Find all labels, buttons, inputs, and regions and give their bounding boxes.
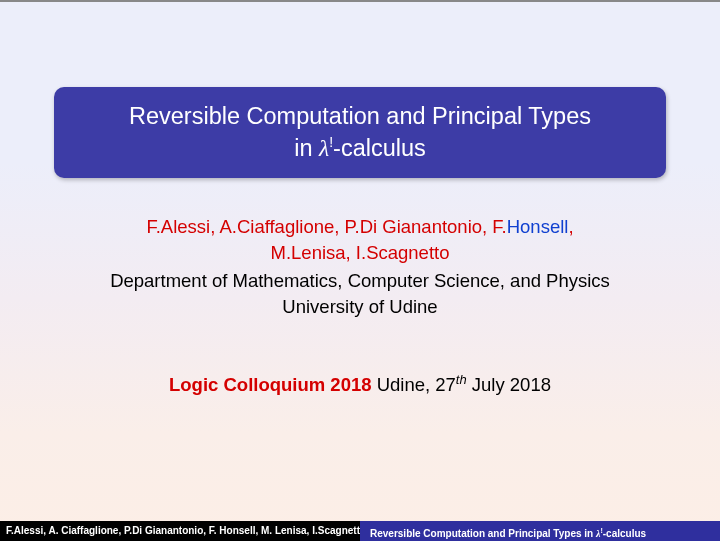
authors-red1: F.Alessi, A.Ciaffaglione, P.Di Giananton… xyxy=(146,216,492,237)
title-line2-prefix: in xyxy=(294,135,319,161)
dept-line2: University of Udine xyxy=(282,296,437,317)
footer-title: Reversible Computation and Principal Typ… xyxy=(360,521,720,541)
footer-title-prefix: Reversible Computation and Principal Typ… xyxy=(370,528,596,539)
colloquium-line: Logic Colloquium 2018 Udine, 27th July 2… xyxy=(169,372,551,396)
authors-red2: M.Lenisa, I.Scagnetto xyxy=(271,242,450,263)
colloquium-name: Logic Colloquium 2018 xyxy=(169,374,372,395)
authors-comma: , xyxy=(568,216,573,237)
department-block: Department of Mathematics, Computer Scie… xyxy=(110,268,610,320)
colloquium-prefix: Udine, 27 xyxy=(372,374,456,395)
footer-authors: F.Alessi, A. Ciaffaglione, P.Di Giananto… xyxy=(0,521,360,541)
footer-title-suffix: -calculus xyxy=(603,528,646,539)
author-blue-name: Honsell xyxy=(507,216,569,237)
authors-block: F.Alessi, A.Ciaffaglione, P.Di Giananton… xyxy=(146,214,573,266)
title-line2-suffix: -calculus xyxy=(333,135,426,161)
title-line1: Reversible Computation and Principal Typ… xyxy=(129,103,591,129)
slide: Reversible Computation and Principal Typ… xyxy=(0,0,720,541)
slide-content: Reversible Computation and Principal Typ… xyxy=(0,2,720,541)
title-box: Reversible Computation and Principal Typ… xyxy=(54,87,666,178)
title-lambda: λ xyxy=(319,135,329,161)
dept-line1: Department of Mathematics, Computer Scie… xyxy=(110,270,610,291)
author-blue-initial: F. xyxy=(492,216,506,237)
colloquium-sup: th xyxy=(456,372,467,387)
footer-bar: F.Alessi, A. Ciaffaglione, P.Di Giananto… xyxy=(0,521,720,541)
colloquium-suffix: July 2018 xyxy=(467,374,551,395)
